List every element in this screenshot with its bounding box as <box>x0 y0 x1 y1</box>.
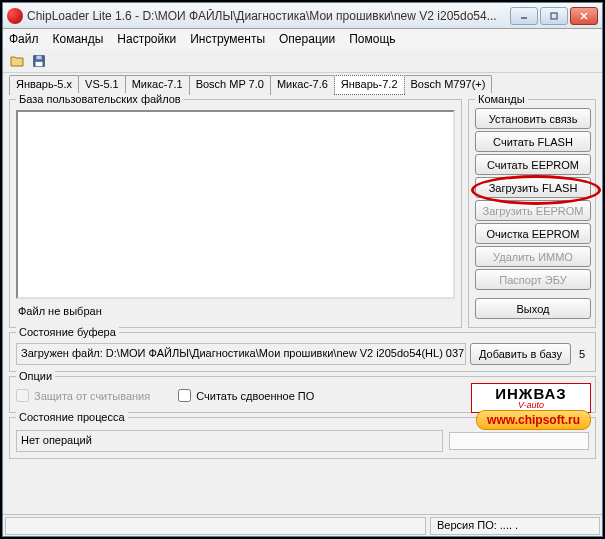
load-eeprom-button: Загрузить EEPROM <box>475 200 591 221</box>
content-area: Январь-5.x VS-5.1 Микас-7.1 Bosch MP 7.0… <box>3 73 602 514</box>
protect-checkbox <box>16 389 29 402</box>
commands-group: Команды Установить связь Считать FLASH С… <box>468 99 596 328</box>
user-files-group: База пользовательских файлов Файл не выб… <box>9 99 462 328</box>
protect-label: Защита от считывания <box>34 390 150 402</box>
dual-checkbox[interactable] <box>178 389 191 402</box>
minimize-button[interactable] <box>510 7 538 25</box>
window-controls <box>510 7 598 25</box>
exit-button[interactable]: Выход <box>475 298 591 319</box>
open-icon[interactable] <box>9 53 25 69</box>
connect-button[interactable]: Установить связь <box>475 108 591 129</box>
menu-file[interactable]: Файл <box>9 32 39 46</box>
inzhvaz-logo: ИНЖВАЗ V-auto <box>471 383 591 413</box>
dual-label: Считать сдвоенное ПО <box>196 390 314 402</box>
file-status-label: Файл не выбран <box>16 303 455 321</box>
load-flash-button[interactable]: Загрузить FLASH <box>475 177 591 198</box>
read-flash-button[interactable]: Считать FLASH <box>475 131 591 152</box>
chipsoft-link[interactable]: www.chipsoft.ru <box>476 410 591 430</box>
app-icon <box>7 8 23 24</box>
app-window: ChipLoader Lite 1.6 - D:\МОИ ФАЙЛЫ\Диагн… <box>2 2 603 537</box>
close-button[interactable] <box>570 7 598 25</box>
options-group: Опции Защита от считывания Считать сдвое… <box>9 376 596 413</box>
options-legend: Опции <box>16 370 55 382</box>
titlebar: ChipLoader Lite 1.6 - D:\МОИ ФАЙЛЫ\Диагн… <box>3 3 602 29</box>
process-text: Нет операций <box>16 430 443 452</box>
clear-eeprom-button[interactable]: Очистка EEPROM <box>475 223 591 244</box>
tab-january5[interactable]: Январь-5.x <box>9 75 79 95</box>
statusbar: Версия ПО: .... . <box>3 514 602 536</box>
status-left <box>5 517 426 535</box>
dual-checkbox-wrap[interactable]: Считать сдвоенное ПО <box>178 389 314 402</box>
passport-ecu-button: Паспорт ЭБУ <box>475 269 591 290</box>
status-version: Версия ПО: .... . <box>430 517 600 535</box>
tab-boschmp70[interactable]: Bosch MP 7.0 <box>189 75 271 95</box>
buffer-text: Загружен файл: D:\МОИ ФАЙЛЫ\Диагностика\… <box>16 343 466 365</box>
user-files-list[interactable] <box>16 110 455 299</box>
user-files-legend: База пользовательских файлов <box>16 93 184 105</box>
tab-mikas76[interactable]: Микас-7.6 <box>270 75 335 95</box>
buffer-suffix: 5 <box>575 348 589 360</box>
menu-settings[interactable]: Настройки <box>117 32 176 46</box>
toolbar <box>3 49 602 73</box>
inzhvaz-big: ИНЖВАЗ <box>495 387 567 401</box>
svg-rect-5 <box>36 55 41 59</box>
progress-bar <box>449 432 589 450</box>
process-legend: Состояние процесса <box>16 411 128 423</box>
save-icon[interactable] <box>31 53 47 69</box>
add-to-base-button[interactable]: Добавить в базу <box>470 343 571 365</box>
tab-mikas71[interactable]: Микас-7.1 <box>125 75 190 95</box>
delete-immo-button: Удалить ИММО <box>475 246 591 267</box>
protect-checkbox-wrap: Защита от считывания <box>16 389 150 402</box>
commands-legend: Команды <box>475 93 528 105</box>
menu-tools[interactable]: Инструменты <box>190 32 265 46</box>
menubar: Файл Команды Настройки Инструменты Опера… <box>3 29 602 49</box>
process-group: Состояние процесса www.chipsoft.ru Нет о… <box>9 417 596 459</box>
tab-january72[interactable]: Январь-7.2 <box>334 75 405 95</box>
tab-boschm797[interactable]: Bosch M797(+) <box>404 75 493 95</box>
window-title: ChipLoader Lite 1.6 - D:\МОИ ФАЙЛЫ\Диагн… <box>27 9 510 23</box>
menu-operations[interactable]: Операции <box>279 32 335 46</box>
tab-strip: Январь-5.x VS-5.1 Микас-7.1 Bosch MP 7.0… <box>9 75 596 95</box>
buffer-group: Состояние буфера Загружен файл: D:\МОИ Ф… <box>9 332 596 372</box>
menu-commands[interactable]: Команды <box>53 32 104 46</box>
svg-rect-6 <box>36 61 43 65</box>
inzhvaz-small: V-auto <box>518 401 544 410</box>
svg-rect-1 <box>551 13 557 19</box>
buffer-legend: Состояние буфера <box>16 326 119 338</box>
menu-help[interactable]: Помощь <box>349 32 395 46</box>
tab-vs51[interactable]: VS-5.1 <box>78 75 126 95</box>
read-eeprom-button[interactable]: Считать EEPROM <box>475 154 591 175</box>
maximize-button[interactable] <box>540 7 568 25</box>
